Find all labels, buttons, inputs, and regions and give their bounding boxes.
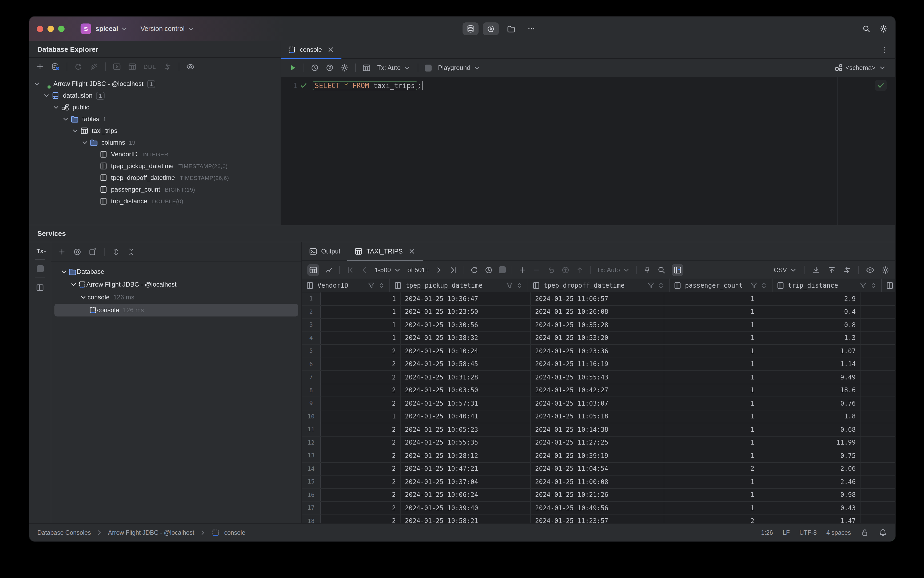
ddl-button[interactable]: DDL [144,63,156,70]
submit-icon[interactable] [575,266,584,274]
cell-passenger_count[interactable]: 1 [664,384,759,396]
sort-icon[interactable] [760,281,768,289]
disconnect-icon[interactable] [90,62,98,71]
tree-item-console[interactable]: console126 ms [54,291,298,304]
cell-trip_distance[interactable]: 2.46 [759,476,861,488]
cell-trip_distance[interactable]: 1.14 [759,358,861,370]
cell-tpep_pickup_datetime[interactable]: 2024-01-25 10:06:24 [400,489,531,501]
row-number[interactable]: 5 [302,345,321,357]
results-tx-select[interactable]: Tx: Auto [597,266,631,274]
cell-tpep_dropoff_datetime[interactable]: 2024-01-25 10:23:36 [531,345,664,357]
tree-item-taxi-trips[interactable]: taxi_trips [29,125,280,136]
lock-open-icon[interactable] [861,528,869,537]
execute-button[interactable] [289,63,297,72]
cell-rate[interactable] [861,305,895,318]
cell-vendorid[interactable]: 2 [321,450,400,462]
cell-trip_distance[interactable]: 0.4 [759,305,861,318]
cell-tpep_pickup_datetime[interactable]: 2024-01-25 10:40:41 [400,410,531,423]
sql-statement[interactable]: SELECT * FROM taxi_trips; [313,81,423,90]
tab-options-kebab-icon[interactable]: ⋮ [881,45,889,54]
cell-rate[interactable] [861,423,895,436]
open-in-new-tab-icon[interactable] [89,248,97,256]
cell-rate[interactable] [861,384,895,396]
cell-vendorid[interactable]: 2 [321,476,400,488]
cell-tpep_dropoff_datetime[interactable]: 2024-01-25 10:35:28 [531,318,664,331]
cell-passenger_count[interactable]: 1 [664,345,759,357]
cell-tpep_pickup_datetime[interactable]: 2024-01-25 10:23:50 [400,305,531,318]
row-number[interactable]: 3 [302,318,321,331]
pin-tab-icon[interactable] [643,266,652,274]
console-settings-gear-icon[interactable] [340,63,349,72]
jump-to-console-icon[interactable] [113,62,121,71]
chevron-down-icon[interactable] [60,267,68,276]
open-table-icon[interactable] [128,62,136,71]
submit-highlighted-icon[interactable] [561,266,570,274]
row-number[interactable]: 4 [302,332,321,344]
row-number[interactable]: 17 [302,502,321,514]
cell-passenger_count[interactable]: 1 [664,371,759,383]
filter-funnel-icon[interactable] [505,281,514,289]
row-number[interactable]: 6 [302,358,321,370]
cell-tpep_dropoff_datetime[interactable]: 2024-01-25 10:21:26 [531,489,664,501]
tree-item-vendorid[interactable]: VendorIDINTEGER [29,148,280,160]
stop-button[interactable] [425,64,431,71]
cell-vendorid[interactable]: 1 [321,332,400,344]
row-number[interactable]: 12 [302,436,321,449]
tree-item-arrow-flight-jdbc-localhost[interactable]: Arrow Flight JDBC - @localhost [54,278,298,291]
cell-tpep_dropoff_datetime[interactable]: 2024-01-25 11:04:54 [531,463,664,475]
cell-tpep_dropoff_datetime[interactable]: 2024-01-25 10:42:27 [531,384,664,396]
cell-trip_distance[interactable]: 1.07 [759,345,861,357]
cell-trip_distance[interactable]: 1.3 [759,332,861,344]
sort-icon[interactable] [869,281,878,289]
zoom-window-button[interactable] [58,26,65,32]
last-page-icon[interactable] [449,266,458,274]
previous-page-icon[interactable] [360,266,369,274]
tx-toggle-button[interactable]: Tx [37,248,44,254]
breadcrumb-item[interactable]: console [224,529,245,536]
cell-passenger_count[interactable]: 2 [664,463,759,475]
cell-vendorid[interactable]: 1 [321,410,400,423]
sort-icon[interactable] [377,281,386,289]
cell-vendorid[interactable]: 2 [321,358,400,370]
row-number[interactable]: 15 [302,476,321,488]
cell-rate[interactable] [861,463,895,475]
row-number[interactable]: 9 [302,397,321,410]
database-tool-button[interactable] [462,23,478,35]
services-header[interactable]: Services [29,225,895,242]
stop-button[interactable] [499,266,506,273]
column-header-tpep_pickup_datetime[interactable]: tpep_pickup_datetime [390,279,528,292]
chevron-down-icon[interactable] [52,103,60,112]
tab-output[interactable]: Output [302,242,347,260]
grid-view-toggle[interactable] [307,264,319,276]
cell-tpep_dropoff_datetime[interactable]: 2024-01-25 11:03:07 [531,397,664,410]
playground-select[interactable]: Playground [438,63,481,72]
row-number[interactable]: 10 [302,410,321,423]
query-history-icon[interactable] [311,63,319,72]
cell-rate[interactable] [861,502,895,514]
chevron-down-icon[interactable] [79,293,88,302]
version-control-menu[interactable]: Version control [141,24,195,33]
expand-all-icon[interactable] [112,248,120,256]
cell-passenger_count[interactable]: 1 [664,292,759,305]
cell-passenger_count[interactable]: 1 [664,436,759,449]
export-format-select[interactable]: CSV [774,266,798,274]
cell-tpep_pickup_datetime[interactable]: 2024-01-25 10:55:35 [400,436,531,449]
add-data-source-button[interactable] [36,62,44,71]
cell-vendorid[interactable]: 1 [321,318,400,331]
collapse-all-icon[interactable] [127,248,136,256]
tab-taxi_trips[interactable]: TAXI_TRIPS [347,242,423,260]
delete-row-icon[interactable] [532,266,541,274]
filter-funnel-icon[interactable] [859,281,867,289]
row-number[interactable]: 13 [302,450,321,462]
cell-tpep_pickup_datetime[interactable]: 2024-01-25 10:38:32 [400,332,531,344]
cell-tpep_dropoff_datetime[interactable]: 2024-01-25 10:26:08 [531,305,664,318]
cell-rate[interactable] [861,436,895,449]
chevron-down-icon[interactable] [62,115,70,123]
close-icon[interactable] [327,45,335,54]
tree-item-arrow-flight-jdbc-localhost[interactable]: Arrow Flight JDBC - @localhost1 [29,78,280,90]
first-page-icon[interactable] [346,266,354,274]
close-icon[interactable] [408,247,416,256]
row-number[interactable]: 8 [302,384,321,396]
run-playground-button[interactable] [483,23,499,35]
cell-rate[interactable] [861,358,895,370]
